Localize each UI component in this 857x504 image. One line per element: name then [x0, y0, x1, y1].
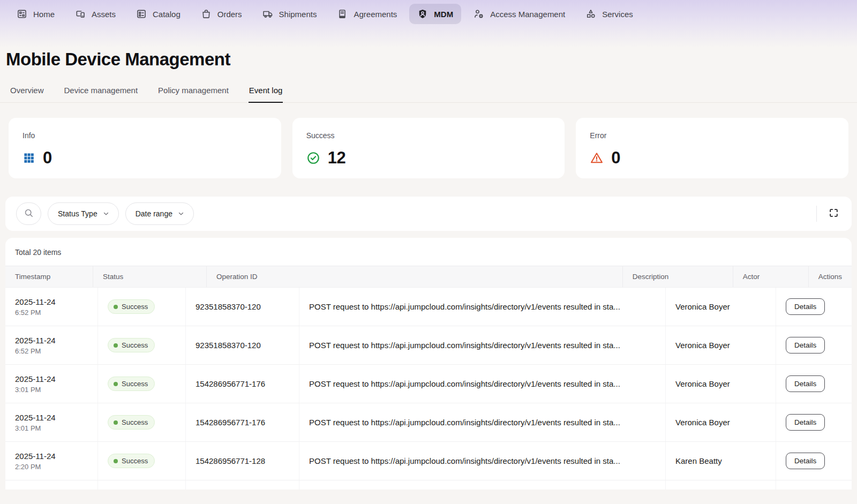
actions-cell: Details — [776, 288, 852, 326]
description-cell: POST request to https://api.jumpcloud.co… — [299, 326, 666, 364]
status-type-filter[interactable]: Status Type — [48, 202, 119, 225]
details-button[interactable]: Details — [786, 414, 825, 431]
details-button[interactable]: Details — [786, 375, 825, 392]
tab-bar: Overview Device management Policy manage… — [0, 86, 857, 103]
date-range-filter[interactable]: Date range — [125, 202, 194, 225]
timestamp-cell: 2025-11-24 6:52 PM — [5, 288, 98, 326]
shipments-icon — [262, 9, 273, 19]
stat-value: 0 — [43, 148, 52, 168]
description-cell: POST request to https://api.jumpcloud.co… — [299, 442, 666, 480]
timestamp-date: 2025-11-24 — [15, 452, 88, 461]
actor-cell: Veronica Boyer — [666, 288, 776, 326]
status-cell: Success — [98, 403, 186, 441]
check-circle-icon — [306, 151, 320, 165]
timestamp-cell: 2025-11-24 3:01 PM — [5, 403, 98, 441]
status-cell: Success — [98, 442, 186, 480]
column-header: Timestamp — [5, 266, 93, 287]
stat-card-info: Info 0 — [9, 118, 281, 178]
nav-item-catalog[interactable]: Catalog — [128, 4, 189, 24]
table-header-row: Timestamp Status Operation ID Descriptio… — [5, 266, 852, 287]
nav-item-shipments[interactable]: Shipments — [254, 4, 325, 24]
tab-overview[interactable]: Overview — [10, 86, 44, 102]
event-log-table: Total 20 items Timestamp Status Operatio… — [5, 238, 852, 490]
stat-label: Error — [590, 131, 835, 140]
status-badge: Success — [108, 454, 155, 468]
table-row: 2025-11-24 6:52 PM Success 92351858370-1… — [5, 287, 852, 326]
status-badge: Success — [108, 299, 155, 314]
tab-event-log[interactable]: Event log — [249, 86, 283, 102]
description-cell: POST request to https://api.jumpcloud.co… — [299, 403, 666, 441]
nav-item-agreements[interactable]: Agreements — [329, 4, 405, 24]
status-dot-icon — [114, 420, 118, 425]
actor-cell: Veronica Boyer — [666, 403, 776, 441]
status-dot-icon — [114, 382, 118, 386]
stat-value: 0 — [611, 148, 620, 168]
status-dot-icon — [114, 459, 118, 463]
timestamp-cell: 2025-11-24 3:01 PM — [5, 365, 98, 403]
stat-value: 12 — [328, 148, 345, 168]
timestamp-cell: 2025-11-24 2:20 PM — [5, 442, 98, 480]
page-title: Mobile Device Management — [6, 49, 857, 70]
search-button[interactable] — [16, 202, 41, 225]
timestamp-time: 6:52 PM — [15, 347, 88, 355]
stat-label: Info — [22, 131, 267, 140]
operation-id-cell: 154286956771-128 — [186, 442, 299, 480]
operation-id-cell: 154286956771-176 — [186, 403, 299, 441]
operation-id-cell: 154286956771-176 — [186, 365, 299, 403]
filter-bar: Status Type Date range — [5, 197, 852, 231]
fullscreen-icon — [829, 208, 839, 220]
description-cell: POST request to https://api.jumpcloud.co… — [299, 365, 666, 403]
stat-card-success: Success 12 — [292, 118, 565, 178]
column-header: Actions — [809, 266, 852, 287]
table-row: 2025-11-24 2:20 PM Success 154286956771-… — [5, 441, 852, 480]
nav-item-home[interactable]: Home — [9, 4, 63, 24]
timestamp-time: 3:01 PM — [15, 424, 88, 432]
nav-item-mdm[interactable]: MDM — [409, 4, 461, 24]
details-button[interactable]: Details — [786, 453, 825, 469]
agreements-icon — [337, 9, 348, 19]
actor-cell: Veronica Boyer — [666, 365, 776, 403]
tab-device-management[interactable]: Device management — [64, 86, 139, 102]
table-row: 2025-11-24 3:01 PM Success 154286956771-… — [5, 364, 852, 403]
top-navigation: Home Assets Catalog Orders Shipments — [0, 0, 857, 28]
timestamp-date: 2025-11-24 — [15, 413, 88, 422]
table-row: 2025-11-24 6:52 PM Success 92351858370-1… — [5, 326, 852, 364]
orders-icon — [201, 9, 212, 19]
status-badge: Success — [108, 415, 155, 430]
timestamp-date: 2025-11-24 — [15, 297, 88, 306]
assets-icon — [75, 9, 86, 19]
nav-item-assets[interactable]: Assets — [67, 4, 124, 24]
status-dot-icon — [114, 305, 118, 309]
details-button[interactable]: Details — [786, 337, 825, 353]
services-icon — [585, 9, 596, 19]
operation-id-cell: 92351858370-120 — [186, 326, 299, 364]
operation-id-cell: 92351858370-120 — [186, 288, 299, 326]
status-cell: Success — [98, 365, 186, 403]
actor-cell: Karen Beatty — [666, 442, 776, 480]
home-icon — [17, 9, 27, 19]
nav-item-access-management[interactable]: Access Management — [465, 4, 573, 24]
chevron-down-icon — [102, 210, 110, 217]
timestamp-cell: 2025-11-24 6:52 PM — [5, 326, 98, 364]
table-row-partial — [5, 480, 852, 490]
divider — [816, 206, 817, 222]
mdm-icon — [417, 9, 428, 19]
details-button[interactable]: Details — [786, 298, 825, 315]
tab-policy-management[interactable]: Policy management — [157, 86, 229, 102]
nav-item-orders[interactable]: Orders — [193, 4, 250, 24]
catalog-icon — [136, 9, 147, 19]
column-header: Description — [623, 266, 733, 287]
actions-cell: Details — [776, 326, 852, 364]
actor-cell: Veronica Boyer — [666, 326, 776, 364]
stat-card-error: Error 0 — [576, 118, 848, 178]
table-total-count: Total 20 items — [5, 238, 852, 266]
fullscreen-button[interactable] — [826, 206, 841, 222]
status-cell: Success — [98, 288, 186, 326]
stat-cards: Info 0 Success 12 Error 0 — [9, 118, 848, 178]
nav-item-services[interactable]: Services — [577, 4, 641, 24]
status-dot-icon — [114, 343, 118, 348]
chevron-down-icon — [177, 210, 185, 217]
description-cell: POST request to https://api.jumpcloud.co… — [299, 288, 666, 326]
actions-cell: Details — [776, 442, 852, 480]
status-badge: Success — [108, 377, 155, 391]
